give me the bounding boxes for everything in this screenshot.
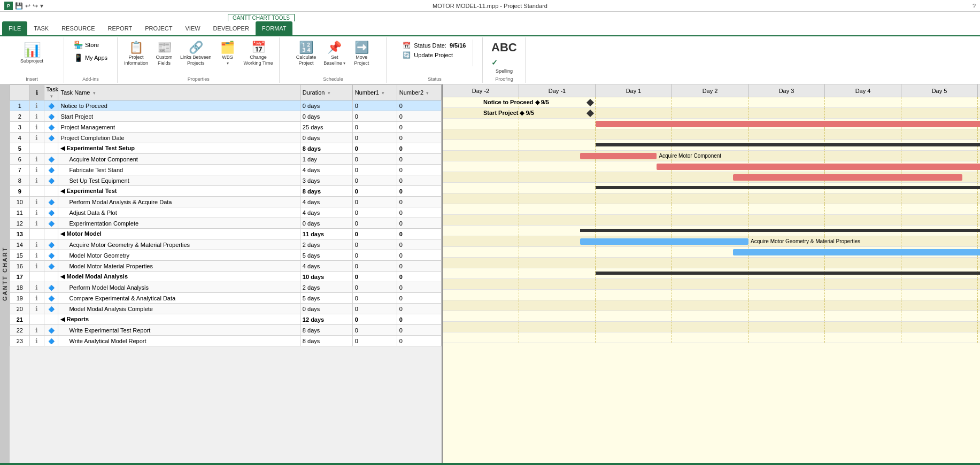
table-row[interactable]: 6ℹ🔷Acquire Motor Component1 day00 bbox=[10, 154, 442, 165]
table-row[interactable]: 21◀ Reports12 days00 bbox=[10, 314, 442, 325]
insert-group-label: Insert bbox=[0, 76, 64, 82]
customize-icon[interactable]: ▾ bbox=[40, 2, 43, 10]
gantt-cell bbox=[596, 108, 672, 118]
table-row[interactable]: 9◀ Experimental Test8 days00 bbox=[10, 186, 442, 197]
gantt-cell bbox=[672, 183, 748, 193]
gantt-cell bbox=[901, 140, 978, 150]
table-row[interactable]: 1ℹ🔷Notice to Proceed0 days00 bbox=[10, 100, 442, 111]
calculate-project-button[interactable]: 🔢 CalculateProject bbox=[294, 40, 319, 67]
store-label: Store bbox=[85, 42, 99, 48]
gantt-cell bbox=[825, 322, 901, 332]
task-info-cell bbox=[29, 186, 44, 197]
th-number2[interactable]: Number2 ▾ bbox=[397, 85, 441, 100]
gantt-day-header: Day -2 bbox=[443, 84, 519, 97]
gantt-cell bbox=[596, 140, 672, 150]
gantt-cell bbox=[825, 290, 901, 300]
table-row[interactable]: 14ℹ🔷Acquire Motor Geometry & Material Pr… bbox=[10, 239, 442, 250]
myapps-button[interactable]: 📱 My Apps bbox=[72, 52, 110, 63]
gantt-cell bbox=[901, 236, 978, 246]
task-name-cell: Perform Modal Analysis & Acquire Data bbox=[58, 197, 300, 207]
task-number1-cell: 0 bbox=[352, 239, 397, 250]
project-info-button[interactable]: 📋 ProjectInformation bbox=[122, 40, 150, 67]
quick-access-toolbar[interactable]: 💾 ↩ ↪ ▾ bbox=[15, 2, 43, 10]
gantt-cell bbox=[748, 268, 825, 278]
task-number1-cell: 0 bbox=[352, 111, 397, 122]
task-number1-cell: 0 bbox=[352, 229, 397, 239]
table-row[interactable]: 17◀ Model Modal Analysis10 days00 bbox=[10, 272, 442, 282]
table-row[interactable]: 22ℹ🔷Write Experimental Test Report8 days… bbox=[10, 325, 442, 336]
name-filter-icon[interactable]: ▾ bbox=[93, 90, 96, 96]
table-row[interactable]: 16ℹ🔷Model Motor Material Properties4 day… bbox=[10, 261, 442, 272]
th-duration[interactable]: Duration ▾ bbox=[300, 85, 352, 100]
table-row[interactable]: 20ℹ🔷Model Modal Analysis Complete0 days0… bbox=[10, 304, 442, 314]
gantt-cell bbox=[443, 140, 519, 150]
set-baseline-button[interactable]: 📌 SetBaseline ▾ bbox=[321, 40, 348, 67]
store-button[interactable]: 🏪 Store bbox=[72, 40, 110, 50]
gantt-cell bbox=[978, 268, 980, 278]
tab-format[interactable]: FORMAT bbox=[256, 21, 293, 35]
ribbon-tabs-wrapper: GANTT CHART TOOLS FILE TASK RESOURCE REP… bbox=[0, 12, 980, 36]
table-row[interactable]: 11ℹ🔷Adjust Data & Plot4 days00 bbox=[10, 207, 442, 218]
th-name[interactable]: Task Name ▾ bbox=[58, 85, 300, 100]
gantt-cell bbox=[901, 204, 978, 214]
gantt-cell bbox=[596, 311, 672, 321]
help-icon[interactable]: ? bbox=[973, 3, 976, 9]
status-date-value: 9/5/16 bbox=[450, 42, 466, 49]
task-name-cell: ◀ Model Modal Analysis bbox=[58, 272, 300, 282]
gantt-cell bbox=[596, 300, 672, 311]
tab-developer[interactable]: DEVELOPER bbox=[207, 21, 256, 35]
table-row[interactable]: 5◀ Experimental Test Setup8 days00 bbox=[10, 143, 442, 154]
undo-icon[interactable]: ↩ bbox=[25, 2, 30, 10]
table-row[interactable]: 3ℹ🔷Project Management25 days00 bbox=[10, 122, 442, 133]
task-type-cell: 🔷 bbox=[44, 336, 58, 346]
tab-task[interactable]: TASK bbox=[27, 21, 55, 35]
gantt-tools-label: GANTT CHART TOOLS bbox=[228, 14, 295, 21]
wbs-button[interactable]: 🗂️ WBS▾ bbox=[217, 40, 238, 67]
duration-filter-icon[interactable]: ▾ bbox=[328, 90, 330, 96]
tab-resource[interactable]: RESOURCE bbox=[55, 21, 101, 35]
table-row[interactable]: 18ℹ🔷Perform Model Modal Analysis2 days00 bbox=[10, 282, 442, 293]
tab-report[interactable]: REPORT bbox=[102, 21, 139, 35]
tab-file[interactable]: FILE bbox=[2, 21, 27, 35]
table-row[interactable]: 12ℹ🔷Experimentation Complete0 days00 bbox=[10, 218, 442, 229]
table-row[interactable]: 23ℹ🔷Write Analytical Model Report8 days0… bbox=[10, 336, 442, 346]
change-working-time-button[interactable]: 📅 ChangeWorking Time bbox=[242, 40, 275, 67]
th-task-type: Task ▾ bbox=[44, 85, 58, 100]
table-row[interactable]: 8ℹ🔷Set Up Test Equipment3 days00 bbox=[10, 175, 442, 186]
table-row[interactable]: 4ℹ🔷Project Completion Date0 days00 bbox=[10, 133, 442, 143]
save-icon[interactable]: 💾 bbox=[15, 2, 23, 10]
tab-project[interactable]: PROJECT bbox=[138, 21, 179, 35]
gantt-cell bbox=[519, 290, 596, 300]
task-number2-cell: 0 bbox=[397, 282, 441, 293]
custom-fields-button[interactable]: 📰 CustomFields bbox=[153, 40, 175, 67]
table-row[interactable]: 19ℹ🔷Compare Experimental & Analytical Da… bbox=[10, 293, 442, 304]
update-project-row[interactable]: 🔄 Update Project bbox=[403, 51, 466, 59]
gantt-cell bbox=[978, 183, 980, 193]
number1-filter-icon[interactable]: ▾ bbox=[382, 90, 384, 96]
gantt-cell bbox=[672, 311, 748, 321]
table-row[interactable]: 2ℹ🔷Start Project0 days00 bbox=[10, 111, 442, 122]
table-row[interactable]: 7ℹ🔷Fabricate Test Stand4 days00 bbox=[10, 165, 442, 175]
gantt-cell bbox=[443, 108, 519, 118]
gantt-cell bbox=[825, 258, 901, 268]
ribbon-group-addins: 🏪 Store 📱 My Apps Add-ins bbox=[64, 37, 118, 83]
task-type-label: Task bbox=[47, 86, 59, 92]
gantt-cell bbox=[672, 151, 748, 161]
task-id-cell: 6 bbox=[10, 154, 30, 165]
tab-view[interactable]: VIEW bbox=[179, 21, 206, 35]
task-filter-icon[interactable]: ▾ bbox=[50, 94, 53, 99]
gantt-cell bbox=[596, 215, 672, 225]
number2-filter-icon[interactable]: ▾ bbox=[426, 90, 429, 96]
task-number1-cell: 0 bbox=[352, 186, 397, 197]
th-number1[interactable]: Number1 ▾ bbox=[352, 85, 397, 100]
spelling-button[interactable]: ABC✓ Spelling bbox=[489, 40, 519, 75]
subproject-button[interactable]: 📊 Subproject bbox=[16, 40, 48, 66]
move-project-button[interactable]: ➡️ MoveProject bbox=[351, 40, 372, 67]
redo-icon[interactable]: ↪ bbox=[33, 2, 38, 10]
links-between-button[interactable]: 🔗 Links BetweenProjects bbox=[178, 40, 214, 67]
table-row[interactable]: 15ℹ🔷Model Motor Geometry5 days00 bbox=[10, 250, 442, 261]
calculate-label: CalculateProject bbox=[296, 55, 317, 66]
table-row[interactable]: 10ℹ🔷Perform Modal Analysis & Acquire Dat… bbox=[10, 197, 442, 207]
table-row[interactable]: 13◀ Motor Model11 days00 bbox=[10, 229, 442, 239]
gantt-cell bbox=[443, 247, 519, 257]
